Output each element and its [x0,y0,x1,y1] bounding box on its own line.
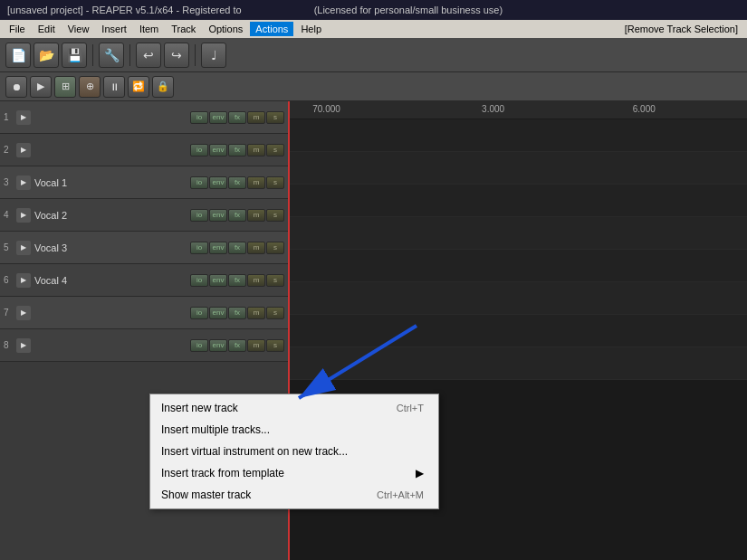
track-icon: ▶ [16,208,31,223]
toolbar-separator-1 [92,44,93,66]
env-button[interactable]: env [209,274,227,287]
timeline-track-row[interactable] [290,347,747,380]
solo-button[interactable]: s [266,144,284,157]
play-button[interactable]: ▶ [30,76,52,98]
loop-button[interactable]: 🔁 [128,76,149,98]
solo-button[interactable]: s [266,274,284,287]
license-text: (Licensed for personal/small business us… [314,5,503,15]
menu-edit[interactable]: Edit [33,22,61,36]
timeline-track-row[interactable] [290,315,747,347]
mute-button[interactable]: m [247,242,265,254]
menu-help[interactable]: Help [295,22,327,36]
timeline-track-row[interactable] [290,119,747,152]
title-bar: [unsaved project] - REAPER v5.1/x64 - Re… [0,0,747,20]
fx-button[interactable]: fx [228,144,246,157]
solo-button[interactable]: s [266,111,284,124]
env-button[interactable]: env [209,111,227,124]
track-number: 2 [4,145,16,155]
menu-insert[interactable]: Insert [96,22,132,36]
menu-view[interactable]: View [62,22,95,36]
track-controls: io env fx m s [190,209,284,222]
ctx-insert-from-template[interactable]: Insert track from template ▶ [150,462,438,484]
io-button[interactable]: io [190,176,208,189]
solo-button[interactable]: s [266,339,284,352]
open-file-button[interactable]: 📂 [34,43,59,68]
env-button[interactable]: env [209,242,227,254]
env-button[interactable]: env [209,307,227,319]
track-controls: io env fx m s [190,274,284,287]
routing-button[interactable]: ⊕ [79,76,101,98]
time-marker-3: 6.000 [633,104,656,114]
io-button[interactable]: io [190,111,208,124]
track-icon: ▶ [16,110,31,125]
track-name: Vocal 3 [34,242,190,253]
metronome-button[interactable]: ♩ [201,43,226,68]
mute-button[interactable]: m [247,307,265,319]
track-name: Vocal 2 [34,210,190,221]
env-button[interactable]: env [209,144,227,157]
pause-button[interactable]: ⏸ [103,76,125,98]
ctx-show-master-track[interactable]: Show master track Ctrl+Alt+M [150,484,438,506]
track-number: 7 [4,308,16,318]
track-icon: ▶ [16,306,31,320]
settings-button[interactable]: 🔧 [99,43,124,68]
menu-track[interactable]: Track [166,22,201,36]
menu-file[interactable]: File [4,22,31,36]
env-button[interactable]: env [209,339,227,352]
timeline-track-row[interactable] [290,250,747,282]
track-number: 5 [4,242,16,252]
ctx-insert-virtual-instrument[interactable]: Insert virtual instrument on new track..… [150,441,438,462]
menu-options[interactable]: Options [203,22,248,36]
track-controls: io env fx m s [190,339,284,352]
io-button[interactable]: io [190,307,208,319]
mute-button[interactable]: m [247,111,265,124]
fx-button[interactable]: fx [228,307,246,319]
fx-button[interactable]: fx [228,209,246,222]
fx-button[interactable]: fx [228,274,246,287]
track-name: Vocal 4 [34,275,190,286]
timeline-track-row[interactable] [290,282,747,315]
solo-button[interactable]: s [266,242,284,254]
track-number: 1 [4,112,16,122]
menu-remove-track[interactable]: [Remove Track Selection] [619,22,743,36]
solo-button[interactable]: s [266,176,284,189]
title-text: [unsaved project] - REAPER v5.1/x64 - Re… [7,5,242,15]
io-button[interactable]: io [190,242,208,254]
track-controls: io env fx m s [190,111,284,124]
track-name: Vocal 1 [34,177,190,188]
save-file-button[interactable]: 💾 [62,43,87,68]
timeline-track-row[interactable] [290,152,747,185]
click-button[interactable]: 🔒 [152,76,174,98]
io-button[interactable]: io [190,339,208,352]
toolbar-1: 📄 📂 💾 🔧 ↩ ↪ ♩ [0,38,747,72]
env-button[interactable]: env [209,176,227,189]
solo-button[interactable]: s [266,209,284,222]
redo-button[interactable]: ↪ [164,43,189,68]
undo-button[interactable]: ↩ [136,43,161,68]
fx-button[interactable]: fx [228,111,246,124]
grid-button[interactable]: ⊞ [54,76,76,98]
fx-button[interactable]: fx [228,242,246,254]
solo-button[interactable]: s [266,307,284,319]
menu-item[interactable]: Item [134,22,164,36]
io-button[interactable]: io [190,144,208,157]
mute-button[interactable]: m [247,274,265,287]
mute-button[interactable]: m [247,176,265,189]
mute-button[interactable]: m [247,339,265,352]
new-file-button[interactable]: 📄 [5,43,31,68]
menu-actions[interactable]: Actions [250,22,293,36]
env-button[interactable]: env [209,209,227,222]
timeline-track-row[interactable] [290,217,747,250]
io-button[interactable]: io [190,209,208,222]
track-controls: io env fx m s [190,144,284,157]
ctx-insert-new-track[interactable]: Insert new track Ctrl+T [150,397,438,419]
track-row: 5 ▶ Vocal 3 io env fx m s [0,232,288,264]
ctx-insert-multiple-tracks[interactable]: Insert multiple tracks... [150,419,438,441]
io-button[interactable]: io [190,274,208,287]
mute-button[interactable]: m [247,209,265,222]
timeline-track-row[interactable] [290,185,747,217]
fx-button[interactable]: fx [228,339,246,352]
arm-button[interactable]: ⏺ [5,76,27,98]
fx-button[interactable]: fx [228,176,246,189]
mute-button[interactable]: m [247,144,265,157]
